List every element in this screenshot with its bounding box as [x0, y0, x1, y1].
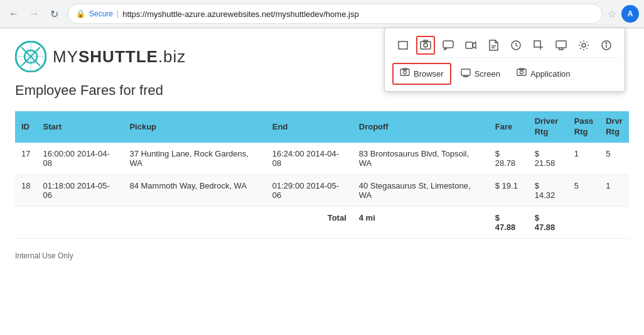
cell-empty — [36, 206, 123, 238]
cell-drvr-rtg: 5 — [599, 143, 629, 175]
cell-empty — [599, 206, 629, 238]
address-bar[interactable]: 🔒 Secure | https://myshuttle-azure.azure… — [68, 4, 603, 24]
application-option-label: Application — [530, 69, 571, 79]
cell-empty — [123, 206, 266, 238]
separator: | — [117, 9, 119, 18]
cell-driver-rtg: $ 21.58 — [529, 143, 568, 175]
cell-start: 01:18:00 2014-05-06 — [36, 174, 123, 206]
cell-fare: $ 28.78 — [489, 143, 529, 175]
svg-point-13 — [404, 71, 407, 74]
forward-button[interactable]: → — [25, 5, 43, 23]
cell-id: 17 — [15, 143, 36, 175]
bookmark-button[interactable]: ☆ — [608, 8, 616, 20]
col-end: End — [266, 111, 353, 143]
fares-table: ID Start Pickup End Dropoff Fare DriverR… — [15, 111, 629, 239]
cell-start: 16:00:00 2014-04-08 — [36, 143, 123, 175]
clock-tool-icon[interactable] — [507, 36, 525, 55]
total-distance: 4 mi — [353, 206, 489, 238]
total-fare: $ 47.88 — [489, 206, 529, 238]
back-button[interactable]: ← — [5, 5, 23, 23]
document-tool-icon[interactable] — [484, 36, 503, 55]
svg-rect-4 — [443, 41, 453, 48]
cell-dropoff: 40 Stegasaurus St, Limestone, WA — [353, 174, 489, 206]
svg-rect-15 — [461, 69, 470, 75]
nav-buttons: ← → ↻ — [5, 5, 63, 23]
logo-icon — [15, 41, 46, 72]
cell-pass-rtg: 5 — [568, 174, 599, 206]
col-pickup: Pickup — [123, 111, 266, 143]
toolbar-icons-row — [390, 33, 620, 58]
cell-end: 16:24:00 2014-04-08 — [266, 143, 353, 175]
screenshot-toolbar: Browser Screen Application — [384, 28, 625, 92]
col-dropoff: Dropoff — [353, 111, 489, 143]
svg-point-2 — [424, 43, 427, 47]
cell-end: 01:29:00 2014-05-06 — [266, 174, 353, 206]
rectangle-tool-icon[interactable] — [394, 36, 412, 55]
footer-text: Internal Use Only — [15, 251, 629, 260]
application-option-icon — [517, 68, 527, 80]
svg-point-17 — [520, 71, 523, 74]
cell-pickup: 37 Hunting Lane, Rock Gardens, WA — [123, 143, 266, 175]
browser-option-icon — [400, 68, 410, 80]
svg-rect-1 — [421, 41, 431, 49]
cell-pass-rtg: 1 — [568, 143, 599, 175]
col-pass-rtg: PassRtg — [568, 111, 599, 143]
camera-browser-tool-icon[interactable] — [416, 36, 435, 55]
cell-fare: $ 19.1 — [489, 174, 529, 206]
lock-icon: 🔒 — [76, 9, 85, 18]
table-header-row: ID Start Pickup End Dropoff Fare DriverR… — [15, 111, 629, 143]
browser-chrome: ← → ↻ 🔒 Secure | https://myshuttle-azure… — [0, 0, 644, 28]
toolbar-options-row: Browser Screen Application — [390, 62, 620, 86]
cell-id: 18 — [15, 174, 36, 206]
video-tool-icon[interactable] — [461, 36, 480, 55]
screen-option-label: Screen — [475, 69, 500, 79]
screen-option-icon — [461, 68, 471, 80]
svg-rect-0 — [399, 41, 407, 49]
crop-tool-icon[interactable] — [529, 36, 548, 55]
cell-empty — [568, 206, 599, 238]
application-option[interactable]: Application — [510, 63, 577, 85]
cell-drvr-rtg: 1 — [599, 174, 629, 206]
col-driver-rtg: DriverRtg — [529, 111, 568, 143]
settings-tool-icon[interactable] — [574, 36, 593, 55]
screen-option[interactable]: Screen — [454, 63, 507, 85]
total-driver-rtg: $ 47.88 — [529, 206, 568, 238]
browser-option[interactable]: Browser — [392, 63, 451, 85]
browser-toolbar: ← → ↻ 🔒 Secure | https://myshuttle-azure… — [0, 0, 644, 28]
total-row: Total 4 mi $ 47.88 $ 47.88 — [15, 206, 629, 238]
table-row: 17 16:00:00 2014-04-08 37 Hunting Lane, … — [15, 143, 629, 175]
url-text: https://myshuttle-azure.azurewebsites.ne… — [122, 9, 594, 19]
cell-empty — [15, 206, 36, 238]
reload-button[interactable]: ↻ — [45, 5, 63, 23]
info-tool-icon[interactable] — [597, 36, 616, 55]
profile-button[interactable]: A — [621, 5, 639, 23]
cell-pickup: 84 Mammoth Way, Bedrock, WA — [123, 174, 266, 206]
svg-rect-7 — [534, 41, 540, 47]
svg-rect-5 — [466, 42, 473, 48]
cell-driver-rtg: $ 14.32 — [529, 174, 568, 206]
table-row: 18 01:18:00 2014-05-06 84 Mammoth Way, B… — [15, 174, 629, 206]
col-drvr-rtg: DrvrRtg — [599, 111, 629, 143]
monitor-tool-icon[interactable] — [552, 36, 571, 55]
total-label: Total — [266, 206, 353, 238]
secure-label: Secure — [89, 9, 113, 18]
svg-point-9 — [582, 43, 586, 47]
svg-point-11 — [606, 43, 607, 44]
col-fare: Fare — [489, 111, 529, 143]
svg-rect-8 — [556, 41, 566, 48]
site-name: MYSHUTTLE.biz — [53, 47, 186, 67]
chat-tool-icon[interactable] — [439, 36, 458, 55]
logo-area: MYSHUTTLE.biz — [15, 41, 186, 72]
browser-option-label: Browser — [414, 69, 444, 79]
col-start: Start — [36, 111, 123, 143]
col-id: ID — [15, 111, 36, 143]
cell-dropoff: 83 Brontosaurus Blvd, Topsoil, WA — [353, 143, 489, 175]
